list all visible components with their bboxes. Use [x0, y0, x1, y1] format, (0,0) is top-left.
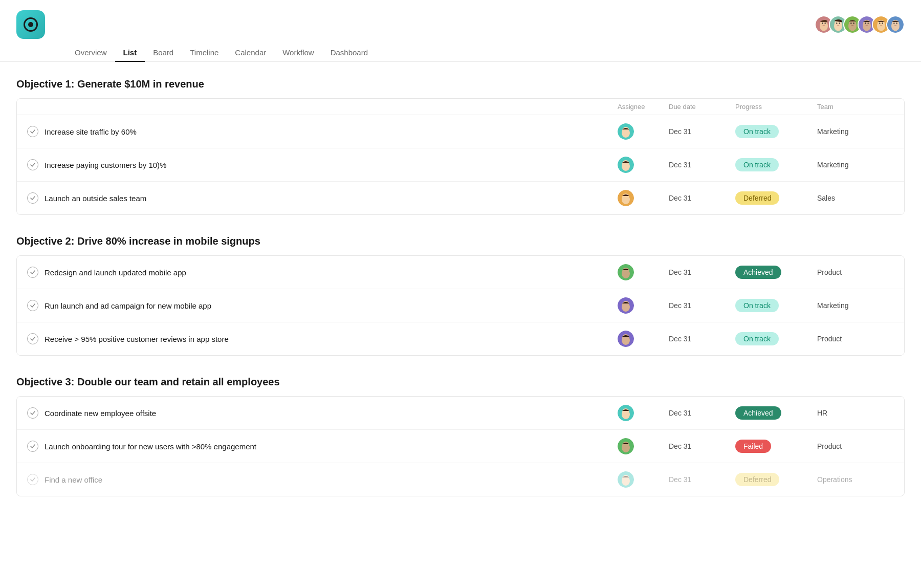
task-team: Product: [817, 268, 894, 276]
tab-list[interactable]: List: [115, 44, 145, 62]
svg-point-19: [868, 23, 869, 24]
task-check-icon[interactable]: [27, 333, 38, 344]
task-due-date: Dec 31: [669, 301, 735, 310]
task-name-cell: Redesign and launch updated mobile app: [27, 267, 618, 278]
task-progress-cell: Achieved: [735, 406, 817, 420]
status-badge: On track: [735, 158, 779, 171]
status-badge: Deferred: [735, 191, 779, 205]
status-badge: On track: [735, 299, 779, 312]
task-progress-cell: Deferred: [735, 473, 817, 486]
table-header-row: AssigneeDue dateProgressTeam: [17, 99, 904, 115]
navigation-tabs: OverviewListBoardTimelineCalendarWorkflo…: [0, 39, 921, 62]
tab-board[interactable]: Board: [145, 44, 182, 62]
task-due-date: Dec 31: [669, 409, 735, 417]
task-assignee-cell: [618, 331, 669, 347]
status-badge: Deferred: [735, 473, 779, 486]
task-row[interactable]: Coordinate new employee offsiteDec 31Ach…: [17, 397, 904, 430]
task-assignee-cell: [618, 405, 669, 421]
task-name-text: Find a new office: [45, 475, 102, 484]
task-assignee-cell: [618, 264, 669, 280]
objective-obj1: Objective 1: Generate $10M in revenueAss…: [16, 78, 905, 215]
status-badge: On track: [735, 332, 779, 345]
task-team: Marketing: [817, 301, 894, 310]
task-check-icon[interactable]: [27, 267, 38, 278]
svg-point-29: [896, 23, 897, 24]
task-team: Marketing: [817, 127, 894, 136]
task-team: Marketing: [817, 161, 894, 169]
status-badge: Failed: [735, 440, 771, 453]
task-row[interactable]: Launch onboarding tour for new users wit…: [17, 430, 904, 463]
task-check-icon[interactable]: [27, 300, 38, 311]
tab-workflow[interactable]: Workflow: [274, 44, 322, 62]
task-name-cell: Launch onboarding tour for new users wit…: [27, 441, 618, 452]
task-team: Operations: [817, 475, 894, 484]
task-due-date: Dec 31: [669, 194, 735, 202]
task-check-icon[interactable]: [27, 441, 38, 452]
task-progress-cell: On track: [735, 332, 817, 345]
assignee-avatar: [618, 264, 634, 280]
task-name-text: Increase site traffic by 60%: [45, 127, 137, 136]
task-check-icon[interactable]: [27, 474, 38, 485]
objective-title-obj3: Objective 3: Double our team and retain …: [16, 376, 905, 388]
main-content: Objective 1: Generate $10M in revenueAss…: [0, 62, 921, 533]
svg-point-14: [853, 23, 854, 24]
task-due-date: Dec 31: [669, 335, 735, 343]
column-header-4: Team: [817, 103, 894, 111]
tab-calendar[interactable]: Calendar: [227, 44, 274, 62]
task-row[interactable]: Receive > 95% positive customer reviews …: [17, 322, 904, 355]
task-name-text: Launch onboarding tour for new users wit…: [45, 442, 256, 451]
assignee-avatar: [618, 157, 634, 173]
task-progress-cell: Failed: [735, 440, 817, 453]
svg-point-3: [822, 23, 823, 24]
task-name-cell: Receive > 95% positive customer reviews …: [27, 333, 618, 344]
task-name-cell: Increase paying customers by 10)%: [27, 159, 618, 170]
svg-point-8: [836, 23, 837, 24]
svg-point-4: [825, 23, 826, 24]
task-assignee-cell: [618, 471, 669, 488]
task-row[interactable]: Launch an outside sales teamDec 31Deferr…: [17, 182, 904, 214]
task-name-cell: Coordinate new employee offsite: [27, 407, 618, 419]
task-name-text: Increase paying customers by 10)%: [45, 161, 166, 169]
task-row[interactable]: Run launch and ad campaign for new mobil…: [17, 289, 904, 322]
assignee-avatar: [618, 405, 634, 421]
task-name-text: Receive > 95% positive customer reviews …: [45, 335, 229, 343]
task-due-date: Dec 31: [669, 268, 735, 276]
task-team: Sales: [817, 194, 894, 202]
collaborator-avatars: [815, 15, 905, 34]
task-team: HR: [817, 409, 894, 417]
task-name-text: Coordinate new employee offsite: [45, 409, 156, 418]
task-check-icon[interactable]: [27, 192, 38, 204]
svg-point-28: [893, 23, 894, 24]
task-progress-cell: Deferred: [735, 191, 817, 205]
task-name-text: Launch an outside sales team: [45, 194, 146, 203]
objective-title-obj1: Objective 1: Generate $10M in revenue: [16, 78, 905, 90]
tab-timeline[interactable]: Timeline: [182, 44, 227, 62]
column-header-0: [27, 103, 618, 111]
app-icon-inner: [24, 17, 38, 32]
task-team: Product: [817, 442, 894, 450]
task-progress-cell: On track: [735, 299, 817, 312]
task-check-icon[interactable]: [27, 159, 38, 170]
objective-title-obj2: Objective 2: Drive 80% increase in mobil…: [16, 235, 905, 247]
status-badge: Achieved: [735, 266, 781, 279]
task-due-date: Dec 31: [669, 127, 735, 136]
task-due-date: Dec 31: [669, 475, 735, 484]
tab-dashboard[interactable]: Dashboard: [322, 44, 376, 62]
task-name-cell: Launch an outside sales team: [27, 192, 618, 204]
task-row[interactable]: Find a new officeDec 31DeferredOperation…: [17, 463, 904, 496]
tab-overview[interactable]: Overview: [67, 44, 115, 62]
task-check-icon[interactable]: [27, 126, 38, 137]
column-header-1: Assignee: [618, 103, 669, 111]
task-team: Product: [817, 335, 894, 343]
task-row[interactable]: Increase site traffic by 60%Dec 31On tra…: [17, 115, 904, 148]
task-table-obj2: Redesign and launch updated mobile appDe…: [16, 255, 905, 356]
svg-point-13: [850, 23, 851, 24]
task-row[interactable]: Increase paying customers by 10)%Dec 31O…: [17, 148, 904, 182]
task-due-date: Dec 31: [669, 161, 735, 169]
task-name-text: Redesign and launch updated mobile app: [45, 268, 186, 277]
task-check-icon[interactable]: [27, 407, 38, 419]
svg-point-23: [879, 23, 880, 24]
column-header-3: Progress: [735, 103, 817, 111]
task-row[interactable]: Redesign and launch updated mobile appDe…: [17, 256, 904, 289]
task-assignee-cell: [618, 297, 669, 314]
